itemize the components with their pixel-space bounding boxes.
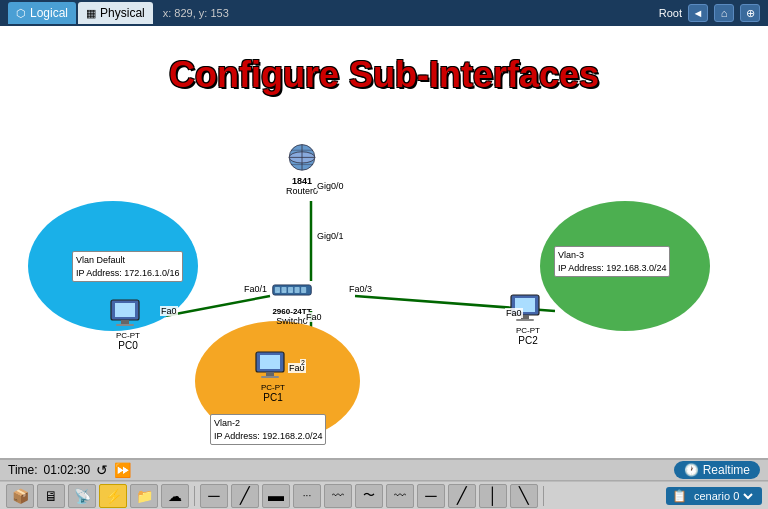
page-title: Configure Sub-Interfaces xyxy=(169,54,599,96)
nav-zoom-button[interactable]: ⊕ xyxy=(740,4,760,22)
router-gig01: Gig0/1 xyxy=(316,231,345,241)
tool-pc[interactable]: 🖥 xyxy=(37,484,65,508)
router-icon xyxy=(282,141,322,176)
pc1-label: PC1 xyxy=(253,392,293,403)
topbar-right: Root ◄ ⌂ ⊕ xyxy=(659,4,760,22)
vlan2-label: Vlan-2 IP Address: 192.168.2.0/24 xyxy=(210,414,326,445)
svg-text:↔: ↔ xyxy=(289,288,293,293)
switch-fa03: Fa0/3 xyxy=(348,284,373,294)
tool-select[interactable]: 📦 xyxy=(6,484,34,508)
tool-cloud[interactable]: ☁ xyxy=(161,484,189,508)
pc2-label: PC2 xyxy=(508,335,548,346)
tool-folder[interactable]: 📁 xyxy=(130,484,158,508)
pc2-device: PC-PT PC2 xyxy=(508,291,548,346)
switch-icon: ↔ ↔ ↔ xyxy=(272,272,312,307)
scenario-section: 📋 cenario 0 cenario 1 xyxy=(666,487,762,505)
vlan-default-name: Vlan Default xyxy=(76,255,125,265)
topbar: ⬡ Logical ▦ Physical x: 829, y: 153 Root… xyxy=(0,0,768,26)
router-gig00: Gig0/0 xyxy=(316,181,345,191)
restart-button[interactable]: ↺ xyxy=(96,462,108,478)
tool-line8[interactable]: ─ xyxy=(417,484,445,508)
physical-icon: ▦ xyxy=(86,7,96,20)
svg-rect-15 xyxy=(516,319,534,321)
realtime-label: Realtime xyxy=(703,463,750,477)
vlan3-label: Vlan-3 IP Address: 192.168.3.0/24 xyxy=(554,246,670,277)
clock-icon: 🕐 xyxy=(684,463,699,477)
vlan2-ip: IP Address: 192.168.2.0/24 xyxy=(214,431,322,441)
pc1-type: PC-PT xyxy=(253,383,293,392)
tool-line10[interactable]: │ xyxy=(479,484,507,508)
tool-router[interactable]: 📡 xyxy=(68,484,96,508)
pc0-type: PC-PT xyxy=(108,331,148,340)
tool-line1[interactable]: ─ xyxy=(200,484,228,508)
svg-rect-9 xyxy=(260,355,280,369)
pc0-iface: Fa0 xyxy=(160,306,178,316)
vlan-default-label: Vlan Default IP Address: 172.16.1.0/16 xyxy=(72,251,183,282)
pc1-device: PC-PT PC1 xyxy=(253,348,293,403)
root-label: Root xyxy=(659,7,682,19)
pc2-iface: Fa0 xyxy=(505,308,523,318)
pc2-type: PC-PT xyxy=(508,326,548,335)
tool-line11[interactable]: ╲ xyxy=(510,484,538,508)
vlan3-name: Vlan-3 xyxy=(558,250,584,260)
tool-line4[interactable]: ··· xyxy=(293,484,321,508)
pc1-icon xyxy=(253,348,293,383)
scenario-icon: 📋 xyxy=(672,489,687,503)
nav-home-button[interactable]: ⌂ xyxy=(714,4,734,22)
switch-fa0-bottom: Fa0 xyxy=(305,312,323,322)
logical-icon: ⬡ xyxy=(16,7,26,20)
scenario-dropdown[interactable]: cenario 0 cenario 1 xyxy=(690,489,756,503)
bottombar: Time: 01:02:30 ↺ ⏩ 🕐 Realtime 📦 🖥 📡 ⚡ 📁 … xyxy=(0,458,768,509)
time-label: Time: xyxy=(8,463,38,477)
tool-line9[interactable]: ╱ xyxy=(448,484,476,508)
nav-back-button[interactable]: ◄ xyxy=(688,4,708,22)
pc0-icon xyxy=(108,296,148,331)
tab-logical[interactable]: ⬡ Logical xyxy=(8,2,76,24)
tab-physical-label: Physical xyxy=(100,6,145,20)
svg-rect-26 xyxy=(295,287,300,293)
tool-line6[interactable]: 〜 xyxy=(355,484,383,508)
svg-text:↔: ↔ xyxy=(276,288,280,293)
fast-forward-button[interactable]: ⏩ xyxy=(114,462,131,478)
toolbar-divider-1 xyxy=(194,486,195,506)
tool-line3[interactable]: ▬ xyxy=(262,484,290,508)
realtime-button[interactable]: 🕐 Realtime xyxy=(674,461,760,479)
time-value: 01:02:30 xyxy=(44,463,91,477)
tool-line2[interactable]: ╱ xyxy=(231,484,259,508)
tool-line7[interactable]: 〰 xyxy=(386,484,414,508)
svg-rect-11 xyxy=(261,376,279,378)
pc1-iface-super: 2 xyxy=(300,359,306,366)
svg-rect-27 xyxy=(301,287,306,293)
tool-active[interactable]: ⚡ xyxy=(99,484,127,508)
svg-rect-10 xyxy=(266,372,274,376)
network-canvas: Configure Sub-Interfaces Vlan Default IP… xyxy=(0,26,768,458)
statusbar: Time: 01:02:30 ↺ ⏩ 🕐 Realtime xyxy=(0,460,768,481)
vlan2-name: Vlan-2 xyxy=(214,418,240,428)
vlan-default-ip: IP Address: 172.16.1.0/16 xyxy=(76,268,179,278)
svg-text:↔: ↔ xyxy=(282,288,286,293)
time-section: Time: 01:02:30 ↺ ⏩ xyxy=(8,462,131,478)
switch-fa01: Fa0/1 xyxy=(243,284,268,294)
svg-rect-6 xyxy=(121,320,129,324)
vlan3-ip: IP Address: 192.168.3.0/24 xyxy=(558,263,666,273)
tab-group: ⬡ Logical ▦ Physical x: 829, y: 153 xyxy=(8,2,229,24)
tab-logical-label: Logical xyxy=(30,6,68,20)
tab-physical[interactable]: ▦ Physical xyxy=(78,2,153,24)
svg-rect-7 xyxy=(116,324,134,326)
coordinates: x: 829, y: 153 xyxy=(163,7,229,19)
pc0-label: PC0 xyxy=(108,340,148,351)
pc0-device: PC-PT PC0 xyxy=(108,296,148,351)
tool-line5[interactable]: 〰 xyxy=(324,484,352,508)
toolbar: 📦 🖥 📡 ⚡ 📁 ☁ ─ ╱ ▬ ··· 〰 〜 〰 ─ ╱ │ ╲ 📋 ce… xyxy=(0,481,768,509)
svg-rect-5 xyxy=(115,303,135,317)
toolbar-divider-2 xyxy=(543,486,544,506)
